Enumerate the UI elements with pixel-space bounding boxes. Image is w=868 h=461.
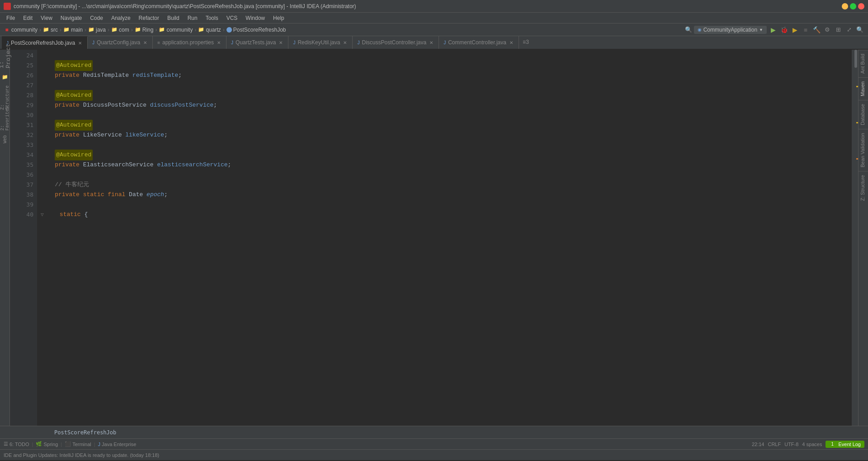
build-button[interactable]: 🔨 — [812, 25, 821, 34]
stop-button[interactable]: ■ — [801, 25, 810, 34]
kw-private-4: private — [55, 160, 80, 170]
breadcrumb-community2[interactable]: 📁 community — [159, 27, 193, 33]
code-line-27 — [41, 80, 852, 90]
scrollbar-area[interactable] — [852, 50, 858, 426]
menu-edit[interactable]: Edit — [19, 14, 36, 22]
spring-icon: 🌿 — [36, 441, 42, 447]
breadcrumb-src[interactable]: 📁 src — [43, 27, 58, 33]
menu-vcs[interactable]: VCS — [223, 14, 241, 22]
ide-message: IDE and Plugin Updates: IntelliJ IDEA is… — [4, 452, 159, 458]
menu-tools[interactable]: Tools — [202, 14, 222, 22]
menu-view[interactable]: View — [37, 14, 56, 22]
tab-close-5[interactable]: ✕ — [429, 40, 434, 45]
menu-code[interactable]: Code — [86, 14, 107, 22]
tab-close-3[interactable]: ✕ — [278, 40, 283, 45]
src-folder-icon: 📁 — [43, 27, 49, 33]
tab-discusspostcontroller[interactable]: J DiscussPostController.java ✕ — [353, 36, 439, 49]
breadcrumb-sep-8: › — [223, 27, 225, 33]
breadcrumb-sep-5: › — [131, 27, 133, 33]
breadcrumb-quartz[interactable]: 📁 quartz — [198, 27, 221, 33]
line-25: 25 — [10, 61, 33, 71]
todo-button[interactable]: ☰ 6: TODO — [4, 441, 29, 447]
line-35: 35 — [10, 160, 33, 170]
tab-close-1[interactable]: ✕ — [142, 40, 148, 45]
search-icon[interactable]: 🔍 — [685, 26, 692, 33]
settings-icon[interactable]: ⚙ — [823, 25, 832, 34]
menu-analyze[interactable]: Analyze — [108, 14, 134, 22]
tab-applicationproperties[interactable]: ≡ application.properties ✕ — [153, 36, 226, 49]
com-folder-icon: 📁 — [111, 27, 118, 33]
var-likeservice: likeService — [125, 130, 164, 140]
web-sidebar-icon[interactable]: Web — [0, 135, 9, 144]
tab-commentcontroller[interactable]: J CommentController.java ✕ — [439, 36, 519, 49]
menu-help[interactable]: Help — [269, 14, 288, 22]
right-panel-structure[interactable]: Z: Structure — [859, 171, 868, 204]
menu-refactor[interactable]: Refactor — [135, 14, 163, 22]
run-config-selector[interactable]: ◉ CommunityApplication ▼ — [694, 26, 767, 34]
tab-java-icon-3: J — [231, 40, 233, 45]
tab-java-icon-6: J — [443, 40, 446, 45]
breadcrumb-sep-7: › — [194, 27, 196, 33]
right-panel-bean-validation[interactable]: Bean Validation — [859, 129, 868, 171]
tab-close-0[interactable]: ✕ — [77, 41, 83, 46]
breadcrumb-project[interactable]: ■ community — [4, 27, 38, 33]
scroll-thumb[interactable] — [854, 50, 857, 68]
scroll-mark-3 — [856, 158, 858, 160]
terminal-button[interactable]: ⬛ Terminal — [65, 441, 91, 447]
project-sidebar-icon[interactable]: 1: Project — [0, 52, 9, 61]
code-line-40: ▽ static { — [41, 210, 852, 220]
event-log-button[interactable]: 1 Event Log — [826, 441, 864, 448]
menu-file[interactable]: File — [3, 14, 19, 22]
tab-close-6[interactable]: ✕ — [509, 40, 514, 45]
menu-build[interactable]: Build — [164, 14, 183, 22]
run-button[interactable]: ▶ — [769, 25, 778, 34]
fold-icon[interactable]: ▽ — [41, 210, 44, 220]
tab-overflow-menu[interactable]: ≡3 — [519, 36, 533, 49]
class-context-label: PostScoreRefreshJob — [54, 429, 116, 436]
tab-label-2: application.properties — [162, 39, 214, 46]
class-context-bar: PostScoreRefreshJob — [0, 426, 868, 438]
java-enterprise-button[interactable]: J Java Enterprise — [98, 442, 137, 447]
menu-bar: File Edit View Navigate Code Analyze Ref… — [0, 13, 868, 24]
search2-icon[interactable]: 🔍 — [855, 25, 864, 34]
folder-sidebar-icon[interactable]: 📁 — [0, 72, 9, 81]
close-button[interactable] — [858, 3, 864, 9]
tab-close-2[interactable]: ✕ — [216, 40, 222, 45]
right-panel-ant-build[interactable]: Ant Build — [859, 50, 868, 77]
expand-icon[interactable]: ⤢ — [844, 25, 854, 34]
spring-button[interactable]: 🌿 Spring — [36, 441, 58, 447]
breadcrumb-community-label: community — [11, 27, 38, 33]
maximize-button[interactable] — [850, 3, 856, 9]
tab-close-4[interactable]: ✕ — [342, 40, 348, 45]
right-panel-maven[interactable]: Maven — [859, 77, 868, 100]
tab-postscorerefreshjob[interactable]: J PostScoreRefreshJob.java ✕ — [2, 36, 88, 49]
line-col-indicator: 22:14 — [752, 442, 764, 447]
tab-quartzconfig[interactable]: J QuartzConfig.java ✕ — [88, 36, 153, 49]
menu-window[interactable]: Window — [242, 14, 269, 22]
encoding-indicator[interactable]: UTF-8 — [784, 442, 798, 447]
breadcrumb-class[interactable]: PostScoreRefreshJob — [226, 27, 286, 33]
breadcrumb-java[interactable]: 📁 java — [88, 27, 106, 33]
right-panel-database[interactable]: Database — [859, 100, 868, 129]
tab-rediskeyutil[interactable]: J RedisKeyUtil.java ✕ — [288, 36, 353, 49]
tab-quartztests[interactable]: J QuartzTests.java ✕ — [226, 36, 288, 49]
debug-button[interactable]: 🐞 — [779, 25, 788, 34]
editor-area: 24 25 26 27 28 29 30 31 32 33 34 35 36 3… — [10, 50, 858, 426]
menu-navigate[interactable]: Navigate — [57, 14, 85, 22]
run-controls: 🔍 ◉ CommunityApplication ▼ ▶ 🐞 ▶ ■ 🔨 ⚙ ⊞… — [685, 25, 864, 34]
menu-run[interactable]: Run — [184, 14, 201, 22]
tab-java-icon-4: J — [293, 40, 295, 45]
breadcrumb-ring[interactable]: 📁 Ring — [135, 27, 154, 33]
line-32: 32 — [10, 130, 33, 140]
layout-icon[interactable]: ⊞ — [834, 25, 843, 34]
run-with-coverage-button[interactable]: ▶ — [790, 25, 799, 34]
window-title: community [F:\community] - ...\src\main\… — [14, 3, 842, 9]
favorites-sidebar-icon[interactable]: 2: Favorites — [0, 114, 9, 123]
code-content[interactable]: @Autowired private RedisTemplate redisTe… — [37, 50, 852, 426]
minimize-button[interactable] — [842, 3, 848, 9]
indent-indicator[interactable]: 4 spaces — [802, 442, 822, 447]
breadcrumb-com[interactable]: 📁 com — [111, 27, 129, 33]
breadcrumb-main[interactable]: 📁 main — [63, 27, 83, 33]
crlf-indicator[interactable]: CRLF — [768, 442, 781, 447]
structure-sidebar-icon[interactable]: Z: Structure — [0, 93, 9, 102]
